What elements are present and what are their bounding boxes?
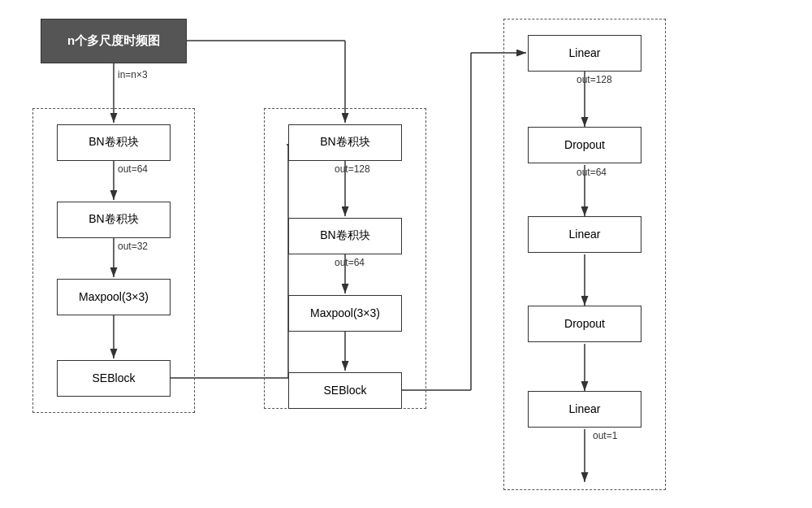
label-out64-col2: out=64 — [335, 257, 365, 268]
maxpool-block-1: Maxpool(3×3) — [57, 279, 171, 315]
dropout-block-1: Dropout — [528, 127, 641, 163]
bn-conv-block-2: BN卷积块 — [57, 202, 171, 238]
bn-conv-block-4: BN卷积块 — [288, 218, 402, 254]
label-in-n3: in=n×3 — [118, 69, 148, 80]
linear-block-1: Linear — [528, 35, 641, 72]
seblock-2: SEBlock — [288, 372, 402, 409]
bn-conv-block-1: BN卷积块 — [57, 124, 171, 161]
maxpool-block-2: Maxpool(3×3) — [288, 295, 402, 332]
bn-conv-block-3: BN卷积块 — [288, 124, 402, 161]
input-block-label: n个多尺度时频图 — [67, 33, 160, 49]
linear-block-3: Linear — [528, 391, 641, 428]
label-out32: out=32 — [118, 241, 148, 252]
label-out128-col3: out=128 — [577, 74, 612, 85]
label-out64: out=64 — [118, 163, 148, 175]
label-out128-col2: out=128 — [335, 163, 370, 175]
seblock-1: SEBlock — [57, 360, 171, 397]
architecture-diagram: n个多尺度时频图 in=n×3 BN卷积块 out=64 BN卷积块 out=3… — [16, 11, 796, 498]
label-out64-col3: out=64 — [577, 167, 607, 178]
linear-block-2: Linear — [528, 216, 641, 253]
label-out1: out=1 — [593, 430, 617, 441]
input-block: n个多尺度时频图 — [41, 19, 187, 63]
dropout-block-2: Dropout — [528, 306, 641, 342]
